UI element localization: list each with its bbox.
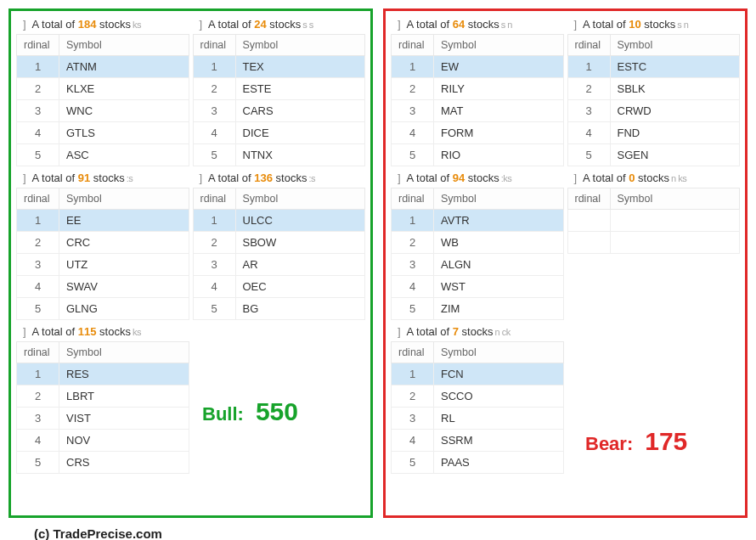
bear-card-1: ] A total of 94 stocks:ks rdinal Symbol … [391, 168, 564, 320]
table-row[interactable]: 4WST [392, 276, 564, 298]
total-line: ] A total of 7 stocksn ck [391, 322, 564, 341]
table-row[interactable]: 1ATNM [17, 56, 189, 78]
stock-table: rdinal Symbol 1ATNM 2KLXE 3WNC 4GTLS 5AS… [16, 34, 189, 166]
stock-table: rdinal Symbol 1FCN 2SCCO 3RL 4SSRM 5PAAS [391, 341, 564, 474]
table-row[interactable]: 3UTZ [17, 254, 189, 276]
table-row[interactable] [567, 210, 740, 232]
bull-panel: ] A total of 184 stocksks rdinal Symbol … [8, 8, 373, 518]
bear-col-right: ] A total of 10 stockss n rdinal Symbol … [566, 14, 742, 474]
bear-card-3: ] A total of 10 stockss n rdinal Symbol … [567, 14, 741, 166]
bear-summary: Bear: 175 [585, 427, 687, 456]
col-symbol[interactable]: Symbol [235, 35, 365, 56]
stock-table: rdinal Symbol 1ULCC 2SBOW 3AR 4OEC 5BG [193, 188, 366, 320]
table-row[interactable]: 2SCCO [392, 385, 564, 408]
table-row[interactable]: 1FCN [392, 363, 564, 385]
col-symbol[interactable]: Symbol [59, 35, 189, 56]
bear-label: Bear: [585, 433, 633, 455]
stock-table: rdinal Symbol 1RES 2LBRT 3VIST 4NOV 5CRS [16, 341, 189, 474]
table-row[interactable]: 5BG [193, 298, 365, 320]
table-row[interactable]: 1RES [17, 363, 189, 385]
table-row[interactable]: 3CRWD [567, 100, 740, 122]
total-line: ] A total of 184 stocksks [16, 14, 189, 34]
bear-card-4: ] A total of 0 stocksn ks rdinal Symbol [567, 168, 741, 254]
table-row[interactable]: 3ALGN [392, 254, 564, 276]
table-row[interactable]: 4SWAV [17, 276, 189, 298]
col-ordinal[interactable]: rdinal [193, 188, 235, 210]
col-ordinal[interactable]: rdinal [392, 342, 434, 363]
table-row[interactable]: 1AVTR [392, 210, 564, 232]
bear-total: 175 [645, 427, 687, 456]
table-row[interactable]: 4SSRM [392, 430, 564, 452]
col-ordinal[interactable]: rdinal [17, 188, 59, 210]
table-row[interactable]: 5NTNX [193, 144, 365, 166]
table-row[interactable]: 1ULCC [193, 210, 365, 232]
table-row[interactable]: 3VIST [17, 408, 189, 430]
stock-table: rdinal Symbol 1ESTC 2SBLK 3CRWD 4FND 5SG… [567, 34, 741, 166]
table-row[interactable]: 2LBRT [17, 385, 189, 408]
table-row[interactable] [567, 232, 740, 254]
bull-card-3: ] A total of 24 stockss s rdinal Symbol … [193, 14, 366, 166]
col-ordinal[interactable]: rdinal [567, 188, 610, 210]
col-ordinal[interactable]: rdinal [567, 35, 610, 56]
table-row[interactable]: 3AR [193, 254, 365, 276]
col-ordinal[interactable]: rdinal [17, 342, 59, 363]
stock-table: rdinal Symbol 1TEX 2ESTE 3CARS 4DICE 5NT… [193, 34, 366, 166]
col-symbol[interactable]: Symbol [610, 188, 740, 210]
stock-table: rdinal Symbol 1EW 2RILY 3MAT 4FORM 5RIO [391, 34, 564, 166]
table-row[interactable]: 5GLNG [17, 298, 189, 320]
col-ordinal[interactable]: rdinal [392, 188, 434, 210]
bull-label: Bull: [202, 403, 244, 425]
total-line: ] A total of 0 stocksn ks [567, 168, 741, 188]
table-row[interactable]: 2SBLK [567, 78, 740, 100]
table-row[interactable]: 5PAAS [392, 452, 564, 474]
table-row[interactable]: 2CRC [17, 232, 189, 254]
total-line: ] A total of 10 stockss n [567, 14, 741, 34]
footer-copyright: (c) TradePrecise.com [34, 526, 748, 540]
bull-total: 550 [256, 397, 298, 426]
col-symbol[interactable]: Symbol [610, 35, 740, 56]
table-row[interactable]: 4OEC [193, 276, 365, 298]
table-row[interactable]: 2ESTE [193, 78, 365, 100]
bull-card-1: ] A total of 91 stocks:s rdinal Symbol 1… [16, 168, 189, 320]
stock-table: rdinal Symbol 1EE 2CRC 3UTZ 4SWAV 5GLNG [16, 188, 189, 320]
table-row[interactable]: 3MAT [392, 100, 564, 122]
table-row[interactable]: 1TEX [193, 56, 365, 78]
table-row[interactable]: 1EE [17, 210, 189, 232]
bear-col-left: ] A total of 64 stockss n rdinal Symbol … [389, 14, 566, 474]
table-row[interactable]: 5SGEN [567, 144, 740, 166]
col-ordinal[interactable]: rdinal [17, 35, 59, 56]
table-row[interactable]: 4FORM [392, 122, 564, 144]
col-symbol[interactable]: Symbol [434, 342, 564, 363]
bear-card-2: ] A total of 7 stocksn ck rdinal Symbol … [391, 322, 564, 474]
table-row[interactable]: 1EW [392, 56, 564, 78]
table-row[interactable]: 5ASC [17, 144, 189, 166]
table-row[interactable]: 2RILY [392, 78, 564, 100]
table-row[interactable]: 4FND [567, 122, 740, 144]
total-line: ] A total of 64 stockss n [391, 14, 564, 34]
col-ordinal[interactable]: rdinal [193, 35, 235, 56]
table-row[interactable]: 3WNC [17, 100, 189, 122]
col-symbol[interactable]: Symbol [235, 188, 365, 210]
col-symbol[interactable]: Symbol [59, 188, 189, 210]
table-row[interactable]: 3CARS [193, 100, 365, 122]
table-row[interactable]: 3RL [392, 408, 564, 430]
table-row[interactable]: 4NOV [17, 430, 189, 452]
total-line: ] A total of 115 stocksks [16, 322, 189, 341]
table-row[interactable]: 5CRS [17, 452, 189, 474]
table-row[interactable]: 4GTLS [17, 122, 189, 144]
col-symbol[interactable]: Symbol [434, 188, 564, 210]
bear-panel: ] A total of 64 stockss n rdinal Symbol … [383, 8, 748, 518]
table-row[interactable]: 2WB [392, 232, 564, 254]
table-row[interactable]: 2SBOW [193, 232, 365, 254]
col-ordinal[interactable]: rdinal [392, 35, 434, 56]
table-row[interactable]: 5ZIM [392, 298, 564, 320]
col-symbol[interactable]: Symbol [434, 35, 564, 56]
table-row[interactable]: 5RIO [392, 144, 564, 166]
table-row[interactable]: 2KLXE [17, 78, 189, 100]
col-symbol[interactable]: Symbol [59, 342, 189, 363]
table-row[interactable]: 4DICE [193, 122, 365, 144]
table-row[interactable]: 1ESTC [567, 56, 740, 78]
bear-card-0: ] A total of 64 stockss n rdinal Symbol … [391, 14, 564, 166]
bull-card-2: ] A total of 115 stocksks rdinal Symbol … [16, 322, 189, 474]
main-container: ] A total of 184 stocksks rdinal Symbol … [8, 8, 748, 518]
